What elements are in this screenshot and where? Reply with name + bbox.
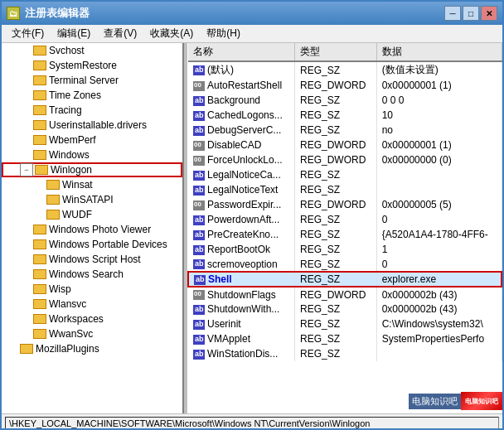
reg-name: abShutdownWith... — [188, 302, 295, 316]
dword-icon: 00 — [193, 290, 205, 300]
reg-name: 00DisableCAD — [188, 138, 295, 152]
tree-item[interactable]: Svchost — [2, 43, 182, 58]
menu-item-a[interactable]: 收藏夹(A) — [143, 25, 200, 42]
reg-data: 0x0000002b (43) — [376, 302, 502, 316]
reg-type: REG_SZ — [295, 302, 377, 316]
table-row[interactable]: abscremoveoptionREG_SZ0 — [188, 257, 502, 272]
tree-item-label: Wisp — [49, 283, 71, 295]
ab-icon: ab — [193, 171, 205, 181]
tree-item[interactable]: Winsat — [2, 177, 182, 192]
reg-data: 0x00000005 (5) — [376, 197, 502, 212]
tree-item[interactable]: Windows — [2, 147, 182, 162]
tree-item[interactable]: Userinstallable.drivers — [2, 118, 182, 133]
reg-name-text: scremoveoption — [207, 258, 278, 270]
tree-item[interactable]: WwanSvc — [2, 326, 182, 341]
reg-name-text: Background — [207, 94, 260, 106]
registry-pane[interactable]: 名称类型数据 ab(默认)REG_SZ(数值未设置)00AutoRestartS… — [187, 43, 502, 413]
minimize-button[interactable]: ─ — [444, 6, 461, 21]
folder-icon — [33, 60, 46, 70]
table-row[interactable]: 00ShutdownFlagsREG_DWORD0x0000002b (43) — [188, 287, 502, 302]
table-row[interactable]: abCachedLogons...REG_SZ10 — [188, 108, 502, 123]
table-row[interactable]: 00DisableCADREG_DWORD0x00000001 (1) — [188, 138, 502, 152]
tree-item[interactable]: WbemPerf — [2, 133, 182, 147]
menu-item-e[interactable]: 编辑(E) — [51, 25, 97, 42]
tree-item[interactable]: Workspaces — [2, 312, 182, 326]
close-button[interactable]: ✕ — [481, 6, 497, 21]
folder-icon — [33, 225, 46, 234]
dword-icon: 00 — [193, 81, 205, 91]
tree-item-label: Time Zones — [49, 89, 101, 101]
reg-name: abWinStationDis... — [188, 346, 295, 361]
tree-item[interactable]: SystemRestore — [2, 58, 182, 73]
menu-item-h[interactable]: 帮助(H) — [200, 25, 247, 42]
table-row[interactable]: ab(默认)REG_SZ(数值未设置) — [188, 61, 502, 78]
tree-item[interactable]: WinSATAPI — [2, 192, 182, 207]
table-row[interactable]: abPowerdownAft...REG_SZ0 — [188, 212, 502, 227]
folder-icon — [33, 135, 46, 145]
tree-item[interactable]: Terminal Server — [2, 73, 182, 88]
table-row[interactable]: abLegalNoticeTextREG_SZ — [188, 182, 502, 197]
column-header-数据[interactable]: 数据 — [376, 43, 502, 61]
column-header-类型[interactable]: 类型 — [295, 43, 377, 61]
ab-icon: ab — [193, 350, 205, 360]
tree-item-label: Windows Portable Devices — [49, 239, 167, 250]
tree-item-label: Windows Photo Viewer — [49, 224, 151, 235]
reg-data: {A520A1A4-1780-4FF6- — [376, 227, 502, 242]
reg-type: REG_DWORD — [295, 287, 377, 302]
reg-name: abscremoveoption — [188, 257, 295, 272]
tree-item-label: Windows Search — [49, 268, 124, 280]
table-row[interactable]: abVMAppletREG_SZSystemPropertiesPerfo — [188, 331, 502, 346]
tree-expand-icon[interactable]: − — [20, 163, 33, 176]
folder-icon — [33, 299, 46, 309]
table-row[interactable]: 00ForceUnlockLo...REG_DWORD0x00000000 (0… — [188, 152, 502, 167]
reg-data: C:\Windows\system32\ — [376, 316, 502, 331]
tree-item[interactable]: Windows Photo Viewer — [2, 222, 182, 237]
tree-item[interactable]: Tracing — [2, 103, 182, 118]
table-row[interactable]: 00PasswordExpir...REG_DWORD0x00000005 (5… — [188, 197, 502, 212]
reg-type: REG_SZ — [295, 61, 377, 78]
reg-data: 0x00000000 (0) — [376, 152, 502, 167]
reg-name: abShell — [188, 272, 295, 287]
menu-item-f[interactable]: 文件(F) — [5, 25, 51, 42]
dword-icon: 00 — [193, 141, 205, 151]
menu-item-v[interactable]: 查看(V) — [97, 25, 143, 42]
reg-name: abCachedLogons... — [188, 108, 295, 123]
tree-item[interactable]: WUDF — [2, 207, 182, 222]
reg-name-text: LegalNoticeCa... — [207, 169, 281, 181]
table-row[interactable]: abUserinitREG_SZC:\Windows\system32\ — [188, 316, 502, 331]
title-bar: 🗂 注册表编辑器 ─ □ ✕ — [2, 2, 502, 25]
tree-item[interactable]: Windows Script Host — [2, 252, 182, 267]
tree-item-label: SystemRestore — [49, 60, 117, 71]
tree-item-label: WwanSvc — [49, 328, 93, 340]
tree-item[interactable]: Wisp — [2, 282, 182, 297]
reg-data: 0 — [376, 212, 502, 227]
tree-item[interactable]: −Winlogon — [2, 162, 182, 177]
table-row[interactable]: abReportBootOkREG_SZ1 — [188, 242, 502, 257]
table-row[interactable]: abPreCreateKno...REG_SZ{A520A1A4-1780-4F… — [188, 227, 502, 242]
folder-icon — [33, 254, 46, 264]
folder-icon — [46, 210, 60, 220]
maximize-button[interactable]: □ — [463, 6, 479, 21]
tree-pane[interactable]: SvchostSystemRestoreTerminal ServerTime … — [2, 43, 184, 413]
tree-item[interactable]: MozillaPlugins — [2, 341, 182, 356]
reg-type: REG_SZ — [295, 93, 377, 108]
column-header-名称[interactable]: 名称 — [188, 43, 295, 61]
tree-item[interactable]: Time Zones — [2, 88, 182, 103]
reg-data: 10 — [376, 108, 502, 123]
tree-item[interactable]: Windows Search — [2, 267, 182, 282]
table-row[interactable]: abShellREG_SZexplorer.exe — [188, 272, 502, 287]
reg-data — [376, 346, 502, 361]
table-row[interactable]: abLegalNoticeCa...REG_SZ — [188, 167, 502, 182]
table-row[interactable]: abShutdownWith...REG_SZ0x0000002b (43) — [188, 302, 502, 316]
tree-item[interactable]: Windows Portable Devices — [2, 237, 182, 252]
table-row[interactable]: abWinStationDis...REG_SZ — [188, 346, 502, 361]
reg-data: 0x00000001 (1) — [376, 78, 502, 93]
reg-type: REG_SZ — [295, 108, 377, 123]
reg-type: REG_SZ — [295, 331, 377, 346]
reg-type: REG_SZ — [295, 212, 377, 227]
table-row[interactable]: abBackgroundREG_SZ0 0 0 — [188, 93, 502, 108]
table-row[interactable]: abDebugServerC...REG_SZno — [188, 123, 502, 138]
table-row[interactable]: 00AutoRestartShellREG_DWORD0x00000001 (1… — [188, 78, 502, 93]
tree-item[interactable]: Wlansvc — [2, 297, 182, 312]
status-path: \HKEY_LOCAL_MACHINE\SOFTWARE\Microsoft\W… — [5, 417, 499, 430]
